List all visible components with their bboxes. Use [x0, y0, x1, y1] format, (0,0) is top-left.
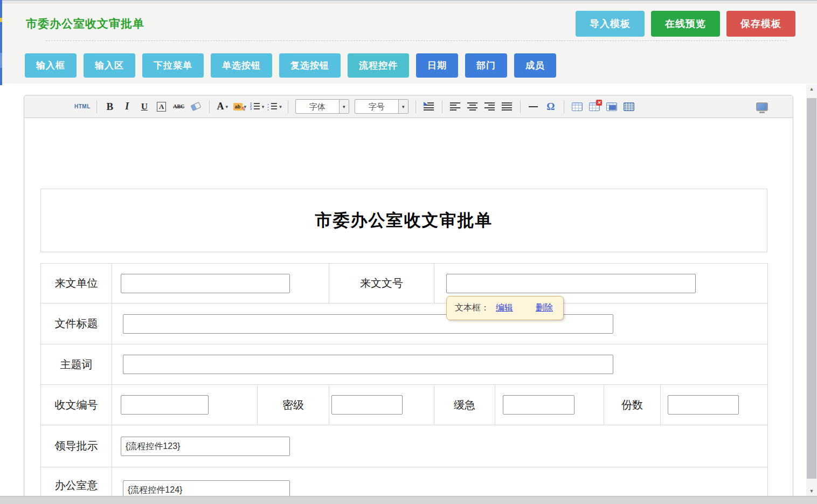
- toolbar-separator: [564, 100, 564, 113]
- toolbar-separator: [288, 100, 288, 113]
- input-leader-comments[interactable]: {流程控件123}: [121, 437, 290, 456]
- fullscreen-button[interactable]: [755, 99, 769, 114]
- italic-button[interactable]: I: [120, 99, 134, 114]
- scrollbar-thumb[interactable]: [807, 98, 816, 479]
- bold-button[interactable]: B: [103, 99, 117, 114]
- table-row: 文件标题: [41, 303, 768, 344]
- delete-link[interactable]: 删除: [536, 302, 553, 314]
- page-header: 市委办公室收文审批单 导入模板 在线预览 保存模板 输入框 输入区 下拉菜单 单…: [0, 3, 817, 84]
- strikethrough-button[interactable]: ABC: [172, 99, 186, 114]
- component-button-dropdown-menu[interactable]: 下拉菜单: [142, 53, 204, 78]
- delete-table-button[interactable]: [587, 99, 601, 114]
- editor-region: HTML B I U A ABC A▾ ab▾ ▾ ▾ 字体▾ 字号▾ Ω: [0, 84, 804, 496]
- ordered-list-icon: [250, 102, 260, 111]
- toolbar-separator: [96, 100, 97, 113]
- import-template-button[interactable]: 导入模板: [576, 11, 645, 37]
- table-delete-icon: [589, 102, 600, 111]
- rich-text-editor: HTML B I U A ABC A▾ ab▾ ▾ ▾ 字体▾ 字号▾ Ω: [24, 95, 793, 497]
- align-center-icon: [467, 102, 477, 111]
- editor-content[interactable]: 市委办公室收文审批单 来文单位 来文文号 文件标题 主: [24, 118, 793, 496]
- component-button-input-box[interactable]: 输入框: [25, 53, 77, 78]
- edit-link[interactable]: 编辑: [496, 302, 513, 314]
- table-properties-button[interactable]: [622, 99, 636, 114]
- chevron-down-icon: ▾: [398, 100, 408, 113]
- table-row: 领导批示 {流程控件123}: [41, 425, 768, 467]
- toolbar-separator: [520, 100, 521, 113]
- table-row: 主题词: [41, 344, 768, 385]
- input-urgency[interactable]: [503, 395, 574, 415]
- table-icon: [572, 102, 583, 111]
- table-cell-icon: [606, 102, 617, 111]
- highlight-color-button[interactable]: ab▾: [233, 99, 247, 114]
- input-source-unit[interactable]: [121, 274, 290, 293]
- eraser-icon: [191, 102, 202, 111]
- label-urgency: 缓急: [434, 385, 495, 425]
- bottom-edge: [0, 496, 817, 504]
- font-color-button[interactable]: A▾: [216, 99, 230, 114]
- scroll-down-button[interactable]: ▼: [806, 486, 817, 496]
- indent-button[interactable]: [422, 99, 436, 114]
- chevron-down-icon: ▾: [339, 100, 349, 113]
- horizontal-rule-icon: [529, 106, 538, 107]
- cell-properties-button[interactable]: [605, 99, 619, 114]
- label-subject-words: 主题词: [41, 344, 112, 385]
- component-button-radio[interactable]: 单选按钮: [211, 53, 272, 78]
- highlight-icon: ab: [233, 103, 243, 111]
- vertical-scrollbar[interactable]: ▲ ▼: [806, 84, 817, 496]
- label-copies: 份数: [604, 385, 661, 425]
- input-security-level[interactable]: [331, 395, 403, 415]
- align-left-button[interactable]: [448, 99, 462, 114]
- label-receipt-number: 收文编号: [41, 385, 112, 425]
- input-receipt-number[interactable]: [121, 395, 209, 415]
- align-justify-icon: [502, 102, 512, 111]
- unordered-list-button[interactable]: ▾: [267, 99, 282, 114]
- align-right-icon: [484, 102, 495, 111]
- font-size-select[interactable]: 字号▾: [355, 99, 408, 114]
- label-source-unit: 来文单位: [41, 264, 112, 303]
- online-preview-button[interactable]: 在线预览: [651, 11, 720, 37]
- label-security-level: 密级: [258, 385, 329, 425]
- editor-toolbar: HTML B I U A ABC A▾ ab▾ ▾ ▾ 字体▾ 字号▾ Ω: [24, 95, 793, 118]
- component-button-text-area[interactable]: 输入区: [84, 53, 135, 78]
- save-template-button[interactable]: 保存模板: [726, 11, 795, 37]
- ordered-list-button[interactable]: ▾: [250, 99, 265, 114]
- align-center-button[interactable]: [466, 99, 480, 114]
- document-title-box: 市委办公室收文审批单: [40, 189, 767, 252]
- form-table: 来文单位 来文文号 文件标题 主题词 收文编号 密级: [40, 263, 768, 496]
- align-right-button[interactable]: [483, 99, 497, 114]
- table-grid-icon: [624, 102, 634, 111]
- label-office-opinion: 办公室意: [41, 467, 112, 497]
- scroll-up-button[interactable]: ▲: [806, 84, 817, 94]
- browser-top-edge: [0, 0, 817, 3]
- font-family-select[interactable]: 字体▾: [295, 99, 349, 114]
- document-title: 市委办公室收文审批单: [315, 209, 493, 232]
- source-code-button[interactable]: HTML: [74, 99, 91, 114]
- align-justify-button[interactable]: [500, 99, 514, 114]
- toolbar-separator: [416, 100, 416, 113]
- input-subject-words[interactable]: [123, 355, 613, 374]
- underline-button[interactable]: U: [137, 99, 151, 114]
- component-button-department[interactable]: 部门: [465, 53, 507, 78]
- component-button-flow-control[interactable]: 流程控件: [348, 53, 409, 78]
- format-block-button[interactable]: A: [155, 99, 169, 114]
- input-copies[interactable]: [668, 395, 739, 415]
- remove-format-button[interactable]: [189, 99, 203, 114]
- unordered-list-icon: [267, 102, 278, 111]
- fullscreen-monitor-icon: [756, 102, 768, 111]
- toolbar-separator: [442, 100, 442, 113]
- special-char-button[interactable]: Ω: [544, 99, 558, 114]
- table-row: 收文编号 密级 缓急 份数: [41, 385, 768, 425]
- component-button-date[interactable]: 日期: [416, 53, 458, 78]
- label-leader-comments: 领导批示: [41, 425, 112, 467]
- chevron-down-icon: ▾: [262, 104, 265, 109]
- input-doc-number[interactable]: [446, 274, 696, 293]
- component-button-member[interactable]: 成员: [514, 53, 556, 78]
- scroll-down-icon: ▼: [809, 488, 814, 494]
- align-left-icon: [450, 102, 460, 111]
- scroll-up-icon: ▲: [809, 86, 814, 92]
- component-button-checkbox[interactable]: 复选按钮: [279, 53, 341, 78]
- input-office-opinion[interactable]: {流程控件124}: [123, 480, 290, 496]
- horizontal-rule-button[interactable]: [527, 99, 541, 114]
- page-title: 市委办公室收文审批单: [26, 16, 576, 31]
- insert-table-button[interactable]: [570, 99, 584, 114]
